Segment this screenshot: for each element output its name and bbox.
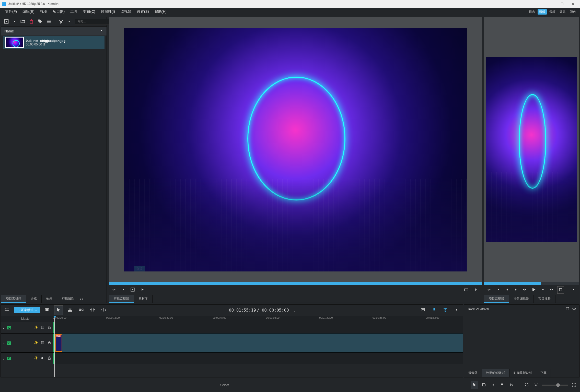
- project-monitor-scrubber[interactable]: [484, 282, 579, 285]
- forward-icon[interactable]: [549, 287, 555, 293]
- insert-zone-icon[interactable]: [129, 286, 136, 294]
- lock-icon[interactable]: [47, 341, 51, 346]
- collapse-icon[interactable]: ⌄: [2, 357, 5, 360]
- tab-project-monitor[interactable]: 项目监视器: [484, 295, 509, 303]
- track-a1-content[interactable]: [54, 353, 463, 364]
- zoom-dropdown-icon[interactable]: [120, 287, 126, 293]
- zoom-handle[interactable]: [556, 383, 560, 387]
- close-button[interactable]: ✕: [568, 1, 578, 7]
- chevron-down-icon[interactable]: [67, 19, 71, 24]
- rewind-icon[interactable]: [521, 287, 528, 293]
- tab-project-notes[interactable]: 项目注释: [534, 295, 555, 303]
- snap-magnet-icon[interactable]: [508, 382, 515, 389]
- master-label[interactable]: Master: [1, 316, 53, 322]
- overwrite-icon[interactable]: [419, 306, 427, 315]
- tag-icon[interactable]: [38, 19, 43, 25]
- goto-start-icon[interactable]: [504, 287, 510, 293]
- collapse-icon[interactable]: ⌄: [2, 341, 5, 345]
- zoom-slider[interactable]: [542, 385, 568, 386]
- menu-clip[interactable]: 剪辑(C): [80, 8, 98, 15]
- zoom-dropdown-icon[interactable]: [495, 287, 502, 293]
- timecode-current[interactable]: 00:01:55:19: [229, 308, 256, 313]
- effects-track-icon[interactable]: ✨: [34, 325, 38, 330]
- clip-monitor-scrubber[interactable]: [109, 282, 482, 285]
- timeline-clip[interactable]: 9u8: [55, 334, 62, 352]
- project-monitor-viewport[interactable]: [484, 17, 579, 282]
- tab-compose[interactable]: 合成: [26, 295, 42, 303]
- tab-subtitle[interactable]: 字幕: [536, 369, 551, 377]
- more-icon[interactable]: [472, 286, 480, 294]
- ripple-tool-icon[interactable]: [88, 306, 97, 315]
- menu-icon[interactable]: [46, 19, 51, 25]
- flag-icon[interactable]: [499, 382, 505, 389]
- menu-view[interactable]: 视图: [38, 8, 50, 15]
- select-tool-icon[interactable]: [54, 305, 63, 315]
- layout-audio[interactable]: 音频: [548, 9, 557, 15]
- track-v2-content[interactable]: [54, 322, 463, 333]
- maximize-button[interactable]: ☐: [557, 1, 567, 7]
- add-clip-icon[interactable]: [4, 19, 9, 25]
- tab-clip-monitor[interactable]: 剪辑监视器: [109, 295, 134, 303]
- tab-effect-stack[interactable]: 效果/合成堆栈: [482, 369, 509, 377]
- menu-project[interactable]: 项目(P): [50, 8, 67, 15]
- minimize-button[interactable]: ─: [546, 1, 556, 7]
- menu-monitor[interactable]: 监视器: [118, 8, 134, 15]
- crop-icon[interactable]: [557, 286, 564, 294]
- tag-mode-icon[interactable]: [471, 381, 478, 389]
- chevron-down-icon[interactable]: [13, 19, 17, 24]
- chevron-down-icon[interactable]: ⌄: [292, 307, 298, 314]
- goto-end-icon[interactable]: [513, 287, 519, 293]
- layout-effects[interactable]: 效果: [558, 9, 567, 15]
- speaker-icon[interactable]: [41, 356, 45, 361]
- bin-name-header[interactable]: Name: [1, 27, 107, 35]
- zoom-fit-icon[interactable]: [524, 382, 530, 389]
- delete-icon[interactable]: [29, 19, 34, 25]
- film-icon[interactable]: [41, 325, 45, 330]
- layout-edit[interactable]: 编辑: [538, 9, 547, 15]
- save-icon[interactable]: [565, 307, 570, 312]
- effects-track-icon[interactable]: ✨: [34, 341, 38, 346]
- bin-clip-item[interactable]: 9u8_net_shigjxedpsh.jpg 00:00:05:00 [1]: [3, 36, 105, 49]
- cut-tool-icon[interactable]: [66, 306, 74, 315]
- more-timeline-icon[interactable]: [453, 306, 461, 315]
- tab-time-remap[interactable]: 时间重新映射: [509, 369, 536, 377]
- insert-icon[interactable]: [430, 306, 438, 315]
- spacer-tool-icon[interactable]: [77, 306, 85, 315]
- zoom-out-icon[interactable]: [533, 382, 539, 389]
- timeline-ruler[interactable]: 00:00:00:00 00:00:16:00 00:00:32:00 00:0…: [53, 316, 463, 322]
- track-v1-content[interactable]: 9u8: [54, 334, 463, 352]
- lock-icon[interactable]: [47, 325, 51, 330]
- effects-icon[interactable]: [463, 286, 470, 294]
- folder-add-icon[interactable]: [20, 19, 25, 25]
- tab-mixer[interactable]: 混音器: [464, 369, 482, 377]
- eye-icon[interactable]: [572, 307, 576, 312]
- slip-tool-icon[interactable]: [100, 306, 108, 315]
- tab-clip-properties[interactable]: 剪辑属性: [57, 295, 79, 303]
- menu-settings[interactable]: 设置(S): [134, 8, 152, 15]
- extract-icon[interactable]: [441, 306, 449, 315]
- lock-icon[interactable]: [47, 356, 51, 361]
- effects-track-icon[interactable]: ✨: [34, 356, 38, 361]
- effects-body[interactable]: [464, 314, 579, 369]
- fullscreen-icon[interactable]: [571, 382, 577, 389]
- tab-effects[interactable]: 效果: [42, 295, 57, 303]
- tab-voice-editor[interactable]: 语音编辑器: [509, 295, 534, 303]
- layout-color[interactable]: 颜色: [568, 9, 577, 15]
- tab-scroll-right-icon[interactable]: ›: [82, 297, 83, 301]
- track-compositing-icon[interactable]: [43, 306, 51, 315]
- menu-file[interactable]: 文件(F): [3, 8, 19, 15]
- settings-icon[interactable]: [3, 306, 11, 315]
- tab-scroll-left-icon[interactable]: ‹: [80, 297, 81, 301]
- tab-library[interactable]: 素材库: [134, 295, 153, 303]
- menu-help[interactable]: 帮助(H): [152, 8, 169, 15]
- playhead[interactable]: [54, 316, 55, 377]
- film-icon[interactable]: [41, 341, 45, 346]
- menu-timeline[interactable]: 时间轴(I): [98, 8, 118, 15]
- more-icon[interactable]: [571, 287, 577, 293]
- layout-log[interactable]: 日志: [527, 9, 537, 15]
- set-in-point-icon[interactable]: [139, 286, 146, 294]
- tab-project-bin[interactable]: 项目素材箱: [1, 295, 26, 303]
- save-status-icon[interactable]: [481, 382, 487, 389]
- filter-icon[interactable]: [59, 19, 64, 25]
- play-dropdown-icon[interactable]: [540, 287, 546, 293]
